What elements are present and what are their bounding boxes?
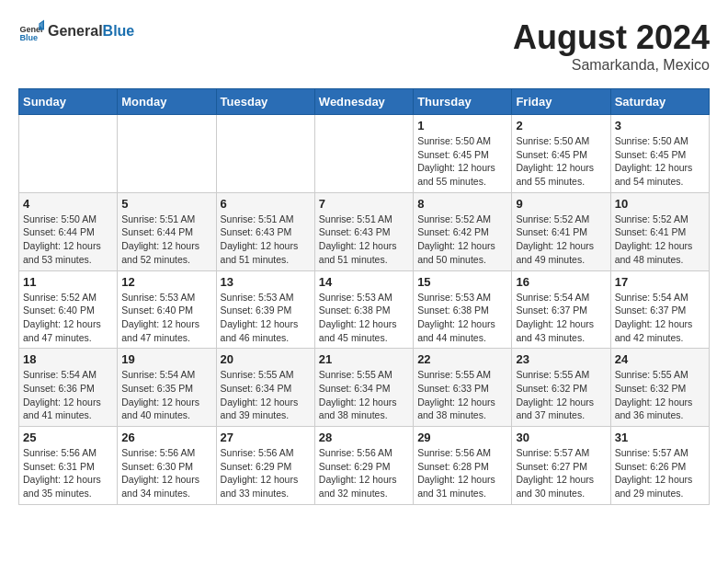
day-number: 12 xyxy=(121,275,211,289)
calendar-cell: 14Sunrise: 5:53 AM Sunset: 6:38 PM Dayli… xyxy=(314,270,413,349)
logo-icon: General Blue xyxy=(18,18,44,44)
day-number: 23 xyxy=(516,352,606,366)
day-number: 9 xyxy=(516,197,606,211)
day-info: Sunrise: 5:53 AM Sunset: 6:38 PM Dayligh… xyxy=(417,291,507,345)
day-number: 31 xyxy=(615,431,705,444)
day-info: Sunrise: 5:51 AM Sunset: 6:43 PM Dayligh… xyxy=(221,213,311,267)
calendar-cell: 6Sunrise: 5:51 AM Sunset: 6:43 PM Daylig… xyxy=(216,192,314,270)
calendar-cell: 19Sunrise: 5:54 AM Sunset: 6:35 PM Dayli… xyxy=(118,349,216,427)
day-number: 17 xyxy=(615,275,705,289)
calendar-cell: 16Sunrise: 5:54 AM Sunset: 6:37 PM Dayli… xyxy=(512,270,610,349)
calendar-cell xyxy=(216,115,314,193)
day-info: Sunrise: 5:54 AM Sunset: 6:37 PM Dayligh… xyxy=(516,291,606,345)
calendar-cell xyxy=(19,115,118,193)
day-info: Sunrise: 5:52 AM Sunset: 6:41 PM Dayligh… xyxy=(615,213,705,267)
day-number: 25 xyxy=(23,431,113,444)
calendar-cell: 24Sunrise: 5:55 AM Sunset: 6:32 PM Dayli… xyxy=(610,349,709,427)
logo-text: General xyxy=(48,23,103,39)
calendar-week-row: 18Sunrise: 5:54 AM Sunset: 6:36 PM Dayli… xyxy=(19,349,710,427)
calendar-cell xyxy=(314,115,413,193)
calendar-cell: 13Sunrise: 5:53 AM Sunset: 6:39 PM Dayli… xyxy=(216,270,314,349)
calendar-cell: 23Sunrise: 5:55 AM Sunset: 6:32 PM Dayli… xyxy=(512,349,610,427)
calendar-header-row: SundayMondayTuesdayWednesdayThursdayFrid… xyxy=(19,89,710,115)
calendar-cell: 25Sunrise: 5:56 AM Sunset: 6:31 PM Dayli… xyxy=(19,427,118,505)
day-number: 29 xyxy=(417,431,507,444)
day-info: Sunrise: 5:56 AM Sunset: 6:28 PM Dayligh… xyxy=(417,446,507,500)
day-info: Sunrise: 5:56 AM Sunset: 6:29 PM Dayligh… xyxy=(221,446,311,500)
day-number: 16 xyxy=(516,275,606,289)
day-info: Sunrise: 5:54 AM Sunset: 6:37 PM Dayligh… xyxy=(615,291,705,345)
day-number: 2 xyxy=(516,119,606,132)
calendar-cell: 31Sunrise: 5:57 AM Sunset: 6:26 PM Dayli… xyxy=(610,427,709,505)
day-info: Sunrise: 5:57 AM Sunset: 6:27 PM Dayligh… xyxy=(516,446,606,500)
calendar-table: SundayMondayTuesdayWednesdayThursdayFrid… xyxy=(18,88,710,505)
calendar-cell: 30Sunrise: 5:57 AM Sunset: 6:27 PM Dayli… xyxy=(512,427,610,505)
day-number: 21 xyxy=(319,352,409,366)
day-number: 26 xyxy=(121,431,211,444)
calendar-cell: 26Sunrise: 5:56 AM Sunset: 6:30 PM Dayli… xyxy=(118,427,216,505)
day-number: 8 xyxy=(417,197,507,211)
page-header: General Blue GeneralBlue August 2024 Sam… xyxy=(18,18,710,74)
logo: General Blue GeneralBlue xyxy=(18,18,134,44)
calendar-cell: 2Sunrise: 5:50 AM Sunset: 6:45 PM Daylig… xyxy=(512,115,610,193)
calendar-cell: 10Sunrise: 5:52 AM Sunset: 6:41 PM Dayli… xyxy=(610,192,709,270)
day-number: 24 xyxy=(615,352,705,366)
day-number: 10 xyxy=(615,197,705,211)
day-info: Sunrise: 5:56 AM Sunset: 6:30 PM Dayligh… xyxy=(121,446,211,500)
day-number: 1 xyxy=(417,119,507,132)
day-info: Sunrise: 5:53 AM Sunset: 6:38 PM Dayligh… xyxy=(319,291,409,345)
day-number: 4 xyxy=(23,197,113,211)
day-number: 6 xyxy=(221,197,311,211)
calendar-cell: 9Sunrise: 5:52 AM Sunset: 6:41 PM Daylig… xyxy=(512,192,610,270)
calendar-cell: 3Sunrise: 5:50 AM Sunset: 6:45 PM Daylig… xyxy=(610,115,709,193)
day-info: Sunrise: 5:53 AM Sunset: 6:39 PM Dayligh… xyxy=(221,291,311,345)
day-info: Sunrise: 5:55 AM Sunset: 6:32 PM Dayligh… xyxy=(516,368,606,422)
calendar-week-row: 4Sunrise: 5:50 AM Sunset: 6:44 PM Daylig… xyxy=(19,192,710,270)
day-number: 28 xyxy=(319,431,409,444)
day-info: Sunrise: 5:51 AM Sunset: 6:44 PM Dayligh… xyxy=(121,213,211,267)
weekday-header: Friday xyxy=(512,89,610,115)
day-number: 11 xyxy=(23,275,113,289)
day-info: Sunrise: 5:51 AM Sunset: 6:43 PM Dayligh… xyxy=(319,213,409,267)
calendar-cell: 5Sunrise: 5:51 AM Sunset: 6:44 PM Daylig… xyxy=(118,192,216,270)
calendar-cell: 11Sunrise: 5:52 AM Sunset: 6:40 PM Dayli… xyxy=(19,270,118,349)
title-block: August 2024 Samarkanda, Mexico xyxy=(513,18,710,74)
calendar-week-row: 25Sunrise: 5:56 AM Sunset: 6:31 PM Dayli… xyxy=(19,427,710,505)
weekday-header: Tuesday xyxy=(216,89,314,115)
calendar-cell: 1Sunrise: 5:50 AM Sunset: 6:45 PM Daylig… xyxy=(414,115,512,193)
calendar-week-row: 1Sunrise: 5:50 AM Sunset: 6:45 PM Daylig… xyxy=(19,115,710,193)
calendar-cell: 27Sunrise: 5:56 AM Sunset: 6:29 PM Dayli… xyxy=(216,427,314,505)
calendar-cell: 20Sunrise: 5:55 AM Sunset: 6:34 PM Dayli… xyxy=(216,349,314,427)
weekday-header: Wednesday xyxy=(314,89,413,115)
calendar-cell: 4Sunrise: 5:50 AM Sunset: 6:44 PM Daylig… xyxy=(19,192,118,270)
calendar-cell: 28Sunrise: 5:56 AM Sunset: 6:29 PM Dayli… xyxy=(314,427,413,505)
day-number: 30 xyxy=(516,431,606,444)
day-info: Sunrise: 5:55 AM Sunset: 6:33 PM Dayligh… xyxy=(417,368,507,422)
day-number: 20 xyxy=(221,352,311,366)
day-number: 7 xyxy=(319,197,409,211)
calendar-cell: 12Sunrise: 5:53 AM Sunset: 6:40 PM Dayli… xyxy=(118,270,216,349)
day-info: Sunrise: 5:54 AM Sunset: 6:36 PM Dayligh… xyxy=(23,368,113,422)
day-number: 5 xyxy=(121,197,211,211)
day-info: Sunrise: 5:55 AM Sunset: 6:34 PM Dayligh… xyxy=(319,368,409,422)
logo-blue-text: Blue xyxy=(103,23,135,39)
day-info: Sunrise: 5:53 AM Sunset: 6:40 PM Dayligh… xyxy=(121,291,211,345)
day-info: Sunrise: 5:56 AM Sunset: 6:29 PM Dayligh… xyxy=(319,446,409,500)
day-number: 13 xyxy=(221,275,311,289)
calendar-title: August 2024 xyxy=(513,18,710,57)
calendar-cell: 17Sunrise: 5:54 AM Sunset: 6:37 PM Dayli… xyxy=(610,270,709,349)
day-info: Sunrise: 5:54 AM Sunset: 6:35 PM Dayligh… xyxy=(121,368,211,422)
day-info: Sunrise: 5:50 AM Sunset: 6:45 PM Dayligh… xyxy=(516,134,606,189)
day-number: 15 xyxy=(417,275,507,289)
day-info: Sunrise: 5:55 AM Sunset: 6:32 PM Dayligh… xyxy=(615,368,705,422)
day-info: Sunrise: 5:52 AM Sunset: 6:42 PM Dayligh… xyxy=(417,213,507,267)
day-number: 18 xyxy=(23,352,113,366)
calendar-cell: 29Sunrise: 5:56 AM Sunset: 6:28 PM Dayli… xyxy=(414,427,512,505)
day-number: 22 xyxy=(417,352,507,366)
weekday-header: Thursday xyxy=(414,89,512,115)
day-info: Sunrise: 5:52 AM Sunset: 6:41 PM Dayligh… xyxy=(516,213,606,267)
day-info: Sunrise: 5:56 AM Sunset: 6:31 PM Dayligh… xyxy=(23,446,113,500)
calendar-cell: 22Sunrise: 5:55 AM Sunset: 6:33 PM Dayli… xyxy=(414,349,512,427)
weekday-header: Saturday xyxy=(610,89,709,115)
day-info: Sunrise: 5:57 AM Sunset: 6:26 PM Dayligh… xyxy=(615,446,705,500)
